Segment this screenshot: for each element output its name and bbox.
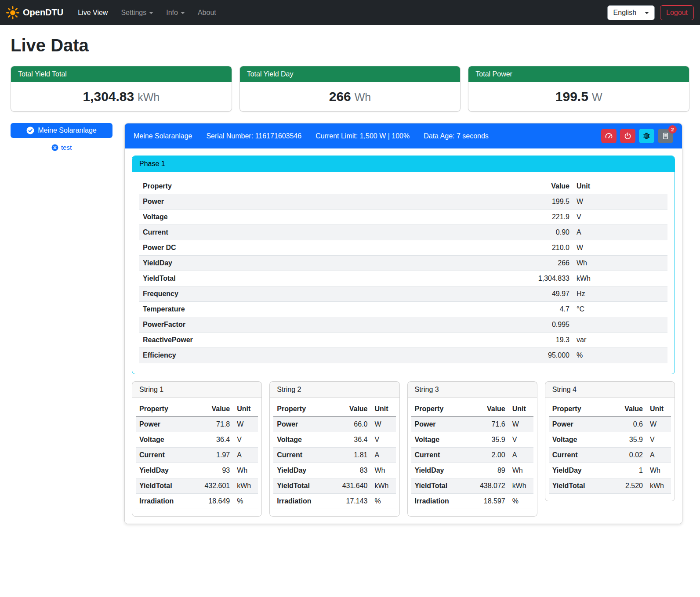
property-cell: Power	[139, 194, 399, 210]
unit-cell: kWh	[233, 478, 258, 494]
unit-cell: kWh	[646, 478, 671, 494]
speedometer-icon	[605, 132, 613, 140]
power-button[interactable]	[620, 129, 635, 143]
table-row: Current1.81A	[273, 448, 395, 463]
table-header: Property Value Unit	[139, 179, 667, 194]
chevron-down-icon	[149, 12, 153, 14]
string-card-1: String 1 Property Value Unit	[132, 381, 262, 517]
value-cell: 83	[328, 463, 371, 478]
inverter-serial: Serial Number: 116171603546	[206, 132, 301, 140]
value-header: Value	[191, 402, 234, 417]
limit-settings-button[interactable]	[601, 129, 617, 143]
string-table: Property Value Unit Power66.0WVoltage36.…	[273, 402, 395, 509]
table-header: Property Value Unit	[136, 402, 258, 417]
nav-item-label: Info	[166, 9, 178, 17]
unit-cell: A	[233, 448, 258, 463]
unit-cell: V	[646, 432, 671, 448]
inverter-select-button[interactable]: Meine Solaranlage	[11, 123, 112, 138]
language-select[interactable]: English	[607, 5, 655, 20]
event-log-button[interactable]: 2	[658, 129, 673, 143]
sidebar-item-test[interactable]: test	[51, 144, 72, 151]
summary-card-body: 199.5W	[468, 82, 689, 111]
phase-card-body: Property Value Unit Power199.5WVoltage22…	[132, 172, 675, 374]
table-header-row: Property Value Unit	[273, 402, 395, 417]
property-header: Property	[273, 402, 328, 417]
unit-header: Unit	[646, 402, 671, 417]
table-row: Voltage35.9V	[549, 432, 671, 448]
value-cell: 438.072	[466, 478, 509, 494]
brand-label: OpenDTU	[23, 7, 63, 18]
string-card-title: String 3	[408, 382, 537, 398]
property-cell: Voltage	[139, 210, 399, 225]
journal-icon	[662, 132, 669, 140]
summary-cards-row: Total Yield Total 1,304.83kWh Total Yiel…	[11, 66, 689, 112]
page-title: Live Data	[11, 36, 689, 55]
unit-cell	[573, 317, 667, 333]
property-cell: Current	[136, 448, 191, 463]
nav-item-live-view[interactable]: Live View	[71, 5, 114, 20]
logout-button[interactable]: Logout	[660, 5, 694, 20]
string-table: Property Value Unit Power71.6WVoltage35.…	[411, 402, 533, 509]
value-cell: 1,304.833	[399, 271, 573, 286]
chevron-down-icon	[645, 12, 649, 14]
event-count-badge: 2	[668, 125, 677, 134]
property-header: Property	[136, 402, 191, 417]
string-card-body: Property Value Unit Power66.0WVoltage36.…	[270, 398, 399, 509]
summary-card-body: 1,304.83kWh	[11, 82, 232, 111]
property-cell: Irradiation	[273, 494, 328, 509]
summary-card-body: 266Wh	[240, 82, 461, 111]
unit-cell: V	[573, 210, 667, 225]
table-row: YieldTotal2.520kWh	[549, 478, 671, 494]
value-cell: 49.97	[399, 286, 573, 302]
nav-item-about[interactable]: About	[191, 5, 223, 20]
property-cell: Voltage	[411, 432, 466, 448]
summary-card-value: 266	[329, 89, 351, 104]
property-cell: YieldTotal	[139, 271, 399, 286]
property-header: Property	[549, 402, 609, 417]
unit-cell: Hz	[573, 286, 667, 302]
property-cell: Voltage	[549, 432, 609, 448]
x-circle-icon	[51, 144, 58, 151]
value-cell: 0.995	[399, 317, 573, 333]
table-row: YieldDay1Wh	[549, 463, 671, 478]
value-header: Value	[328, 402, 371, 417]
brand[interactable]: OpenDTU	[6, 6, 63, 19]
property-cell: YieldTotal	[136, 478, 191, 494]
string-card-2: String 2 Property Value Unit	[269, 381, 399, 517]
inverter-name: Meine Solaranlage	[134, 132, 192, 140]
property-cell: ReactivePower	[139, 333, 399, 348]
nav-item-info[interactable]: Info	[160, 5, 191, 20]
table-header: Property Value Unit	[549, 402, 671, 417]
unit-cell: W	[371, 417, 396, 432]
summary-card-total-yield-total: Total Yield Total 1,304.83kWh	[11, 66, 232, 112]
table-row: Power71.6W	[411, 417, 533, 432]
language-select-value: English	[613, 9, 636, 17]
nav-item-settings[interactable]: Settings	[114, 5, 160, 20]
value-cell: 266	[399, 256, 573, 271]
unit-cell: %	[509, 494, 533, 509]
string-table-body: Power71.8WVoltage36.4VCurrent1.97AYieldD…	[136, 417, 258, 509]
property-cell: Irradiation	[136, 494, 191, 509]
value-header: Value	[399, 179, 573, 194]
value-cell: 2.520	[608, 478, 646, 494]
string-card-title: String 4	[545, 382, 675, 398]
cpu-icon	[643, 132, 650, 140]
property-cell: Irradiation	[411, 494, 466, 509]
table-row: Power66.0W	[273, 417, 395, 432]
string-card-3: String 3 Property Value Unit	[407, 381, 537, 517]
unit-cell: W	[509, 417, 533, 432]
value-cell: 35.9	[608, 432, 646, 448]
nav-links: Live View Settings Info About	[71, 5, 223, 20]
summary-card-title: Total Yield Day	[240, 66, 461, 82]
string-card-4: String 4 Property Value Unit	[545, 381, 675, 501]
property-cell: Power	[273, 417, 328, 432]
table-header-row: Property Value Unit	[136, 402, 258, 417]
unit-cell: Wh	[573, 256, 667, 271]
summary-card-title: Total Power	[468, 66, 689, 82]
table-row: Voltage221.9V	[139, 210, 667, 225]
unit-cell: V	[371, 432, 396, 448]
table-row: Current0.90A	[139, 225, 667, 240]
string-card-title: String 1	[132, 382, 261, 398]
device-info-button[interactable]	[639, 129, 654, 143]
property-cell: Temperature	[139, 302, 399, 317]
